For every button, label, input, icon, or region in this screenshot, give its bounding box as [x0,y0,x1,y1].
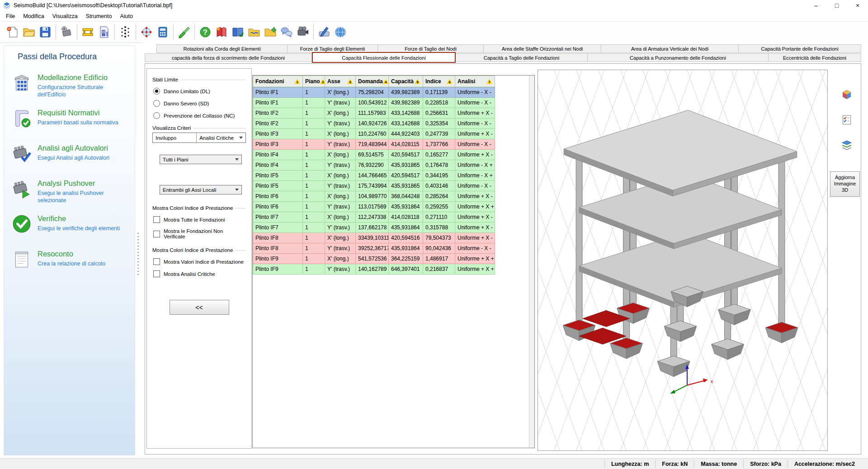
column-header-analisi[interactable]: Analisi7 [455,76,495,87]
minimize-button[interactable]: – [806,0,826,11]
menu-visualizza[interactable]: Visualizza [48,11,82,21]
sidebar-step-requisiti-normativi[interactable]: Requisiti NormativiParametri basati sull… [11,108,132,137]
update-3d-button[interactable]: Aggiorna Immagine 3D [830,171,860,197]
table-row[interactable]: Plinto IF21X' (long.)111,157983433,14268… [253,108,495,118]
calculator-button[interactable] [155,24,171,41]
assi-select[interactable]: Entrambi gli Assi Locali [160,185,242,194]
table-row[interactable]: Plinto IF11X' (long.)75,298204439,982389… [253,87,495,98]
checkbox-mostra-le-fondazioni-non-verificate[interactable]: Mostra le Fondazioni Non Verificate [153,228,245,239]
sample-projects-button[interactable] [246,24,262,41]
eigenvalue-modes-button[interactable] [117,24,133,41]
video-tutorials-button[interactable] [295,24,311,41]
table-row[interactable]: Plinto IF71Y' (trasv.)137,662178435,9318… [253,223,495,233]
table-scrollbar[interactable] [529,76,534,448]
license-pen-button[interactable] [316,24,332,41]
table-cell: Uniforme + X + [455,264,495,275]
model-3d-viewport[interactable]: x [538,70,828,451]
table-row[interactable]: Plinto IF51Y' (trasv.)175,743994435,9318… [253,181,495,191]
render-options-button[interactable] [839,86,855,103]
tab-capacit-della-forza-di-scorrimento-delle-f[interactable]: capacità della forza di scorrimento dell… [145,53,312,62]
table-row[interactable]: Plinto IF91Y' (trasv.)140,162789646,3974… [253,264,495,275]
column-header-domanda[interactable]: Domanda4 [356,76,389,87]
clean-brush-button[interactable] [176,24,192,41]
table-row[interactable]: Plinto IF61X' (long.)104,989770368,04424… [253,191,495,202]
sidebar-step-modellazione-edificio[interactable]: Modellazione EdificioConfigurazione Stru… [11,72,132,102]
table-cell: 0,176478 [423,160,455,171]
tab-rotazioni-alla-corda-degli-elementi[interactable]: Rotazioni alla Corda degli Elementi [156,44,288,53]
table-row[interactable]: Plinto IF21Y' (trasv.)140,924726433,1426… [253,118,495,129]
tab-capacit-flessionale-delle-fondazioni[interactable]: Capacità Flessionale delle Fondazioni [312,52,456,63]
model-3d-button[interactable] [138,24,155,41]
table-cell: 435,931864 [389,202,423,212]
radio-prevenzione-del-collasso-nc[interactable]: Prevenzione del Collasso (NC) [153,112,245,119]
open-project-button[interactable] [21,24,37,41]
inviluppo-value[interactable]: Inviluppo [153,133,197,142]
checkbox-mostra-analisi-critiche[interactable]: Mostra Analisi Critiche [153,270,245,277]
tutorial-book-button[interactable] [213,24,230,41]
step-subtitle[interactable]: Esegui le analisi Pushover selezionate [38,189,128,204]
tab-capacit-portante-delle-fondazioni[interactable]: Capacità Portante delle Fondazioni [739,44,861,53]
menu-file[interactable]: File [0,11,19,21]
help-button[interactable]: ? [197,24,213,41]
column-header-asse[interactable]: Asse3 [325,76,356,87]
table-row[interactable]: Plinto IF51X' (long.)144,766465420,59451… [253,171,495,181]
sidebar-step-resoconto[interactable]: ResocontoCrea la relazione di calcolo [11,249,132,279]
frame-elements-icon [81,25,94,39]
table-row[interactable]: Plinto IF41X' (long.)69,514575420,594517… [253,150,495,160]
save-project-button[interactable] [37,24,53,41]
menu-strumento[interactable]: Strumento [82,11,116,21]
tab-capacit-a-taglio-delle-fondazioni[interactable]: Capacità a Taglio delle Fondazioni [456,53,588,62]
column-header-piano[interactable]: Piano2 [303,76,325,87]
column-header-indice[interactable]: Indice6 [423,76,455,87]
building-report-button[interactable] [96,24,112,41]
table-cell: 75,298204 [356,87,389,98]
maximize-button[interactable]: □ [826,0,847,11]
column-header-fondazioni[interactable]: Fondazioni1 [253,76,303,87]
checkbox-mostra-valori-indice-di-prestazione[interactable]: Mostra Valori Indice di Prestazione [153,258,245,265]
table-row[interactable]: Plinto IF41Y' (trasv.)76,932290435,93186… [253,160,495,171]
table-row[interactable]: Plinto IF71X' (long.)112,247338414,02811… [253,212,495,223]
step-subtitle[interactable]: Esegui Analisi agli Autovalori [38,154,109,161]
panel-splitter[interactable] [134,43,142,455]
discussion-forum-button[interactable] [278,24,295,41]
sidebar-step-analysi-pushover[interactable]: Analysi PushoverEsegui le analisi Pushov… [11,178,132,208]
new-project-button[interactable] [5,24,21,41]
step-subtitle[interactable]: Parametri basati sulla normativa [38,119,118,126]
column-header-capacit[interactable]: Capacità5 [389,76,423,87]
display-checks-button[interactable] [839,112,855,128]
table-row[interactable]: Plinto IF61Y' (trasv.)113,017569435,9318… [253,202,495,212]
table-row[interactable]: Plinto IF81X' (long.)33439,10311420,5945… [253,233,495,243]
seismosoft-website-button[interactable] [332,24,349,41]
tab-eccentricit-delle-fondazioni[interactable]: Eccentricità delle Fondazioni [769,53,861,62]
user-manual-button[interactable] [230,24,246,41]
table-row[interactable]: Plinto IF31X' (long.)110,224760444,92240… [253,129,495,139]
criteri-select[interactable]: Analisi Critiche [197,133,245,142]
piani-select[interactable]: Tutti i Piani [160,155,242,164]
radio-danno-limitato-dl[interactable]: Danno Limitato (DL) [153,88,245,95]
import-export-button[interactable] [262,24,278,41]
menu-aiuto[interactable]: Aiuto [116,11,137,21]
close-button[interactable]: × [847,0,868,11]
table-row[interactable]: Plinto IF31Y' (trasv.)719,483944414,0281… [253,139,495,150]
processor-settings-button[interactable] [58,24,75,41]
step-subtitle[interactable]: Esegui le verifiche degli elementi [38,225,120,232]
toolbar-separator [136,24,136,40]
criteri-combo[interactable]: Inviluppo Analisi Critiche [152,133,246,143]
radio-danno-severo-sd[interactable]: Danno Severo (SD) [153,100,245,107]
table-row[interactable]: Plinto IF81Y' (trasv.)39252,36717435,931… [253,243,495,254]
step-subtitle[interactable]: Crea la relazione di calcolo [38,260,105,267]
tab-capacit-a-punzonamento-delle-fondazioni[interactable]: Capacità a Punzonamento delle Fondazioni [588,53,769,62]
step-subtitle[interactable]: Configurazione Strutturale dell'Edificio [38,84,128,99]
collapse-panel-button[interactable]: << [170,300,229,315]
table-row[interactable]: Plinto IF91X' (long.)541,572536364,22515… [253,254,495,264]
menu-modifica[interactable]: Modifica [19,11,48,21]
tab-area-di-armatura-verticale-dei-nodi[interactable]: Area di Armatura Verticale dei Nodi [601,44,739,53]
frame-elements-button[interactable] [80,24,96,41]
layers-button[interactable] [839,137,855,153]
sidebar-step-verifiche[interactable]: VerificheEsegui le verifiche degli eleme… [11,213,132,243]
sidebar-step-analisi-agli-autovalori[interactable]: Analisi agli AutovaloriEsegui Analisi ag… [11,143,132,173]
checkbox-mostra-tutte-le-fondazioni[interactable]: Mostra Tutte le Fondazioni [153,216,245,223]
table-row[interactable]: Plinto IF11Y' (trasv.)100,543912439,9823… [253,98,495,108]
tab-area-delle-staffe-orizzontali-nei-nodi[interactable]: Area delle Staffe Orizzontali nei Nodi [484,44,601,53]
table-cell: Uniforme + X - [455,233,495,243]
